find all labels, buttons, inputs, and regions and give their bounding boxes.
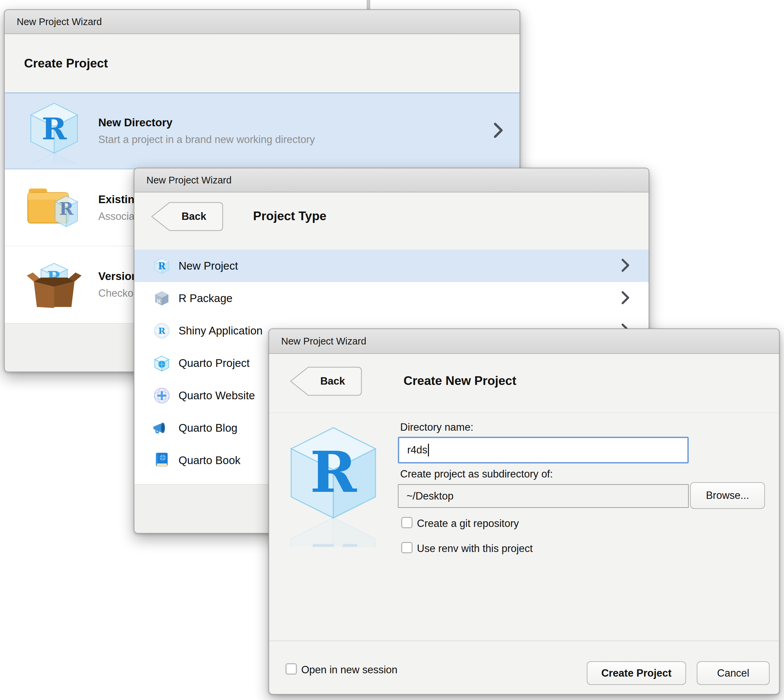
directory-name-input[interactable]: r4ds [398, 437, 689, 463]
r-cube-icon: R [153, 257, 171, 275]
item-label: New Project [179, 260, 238, 272]
quarto-book-icon [153, 452, 171, 469]
r-cube-icon: R [25, 98, 83, 164]
dialog3-footer-divider [269, 640, 779, 641]
create-project-label: Create Project [601, 667, 671, 679]
svg-text:R: R [157, 298, 161, 304]
item-label: R Package [179, 292, 232, 305]
directory-name-label: Directory name: [400, 421, 473, 433]
item-r-package[interactable]: R R Package [134, 282, 649, 315]
item-new-project[interactable]: R New Project [134, 250, 649, 282]
row-title: New Directory [98, 116, 315, 129]
dialog2-title: New Project Wizard [134, 175, 232, 186]
open-session-checkbox[interactable] [286, 663, 297, 675]
row-new-directory[interactable]: R New Directory Start a project in a bra… [5, 93, 520, 169]
box-r-icon: R [25, 256, 83, 313]
browse-button[interactable]: Browse... [690, 482, 765, 509]
dialog3-header-divider [269, 413, 779, 413]
subdirectory-value: ~/Desktop [406, 490, 453, 502]
dialog1-titlebar: New Project Wizard [5, 10, 520, 34]
item-label: Quarto Blog [179, 422, 237, 434]
r-cube-icon: R [283, 419, 383, 548]
dialog1-header: Create Project [5, 34, 520, 93]
dialog2-titlebar: New Project Wizard [134, 168, 649, 192]
dialog2-heading: Project Type [253, 209, 326, 223]
back-button-label: Back [164, 202, 224, 231]
text-caret [428, 444, 429, 457]
git-repository-checkbox[interactable] [401, 517, 413, 528]
chevron-right-icon [493, 122, 503, 140]
item-label: Quarto Project [179, 357, 250, 370]
back-button-label: Back [303, 367, 363, 396]
create-project-button[interactable]: Create Project [587, 661, 686, 685]
item-label: Quarto Website [179, 389, 255, 402]
quarto-project-icon [153, 355, 171, 372]
quarto-blog-icon [153, 420, 171, 436]
svg-text:R: R [310, 439, 357, 505]
svg-text:R: R [158, 261, 166, 271]
dialog1-title: New Project Wizard [5, 17, 102, 27]
dialog3-titlebar: New Project Wizard [269, 329, 779, 354]
back-button[interactable]: Back [149, 202, 224, 231]
screen: New Project Wizard Create Project R N [0, 0, 784, 700]
svg-text:R: R [59, 199, 74, 219]
git-repository-label: Create a git repository [417, 518, 519, 530]
subdirectory-input[interactable]: ~/Desktop [398, 484, 689, 508]
browse-button-label: Browse... [706, 490, 749, 502]
cancel-label: Cancel [717, 667, 750, 679]
shiny-icon: R [153, 322, 171, 339]
renv-label: Use renv with this project [417, 543, 533, 555]
svg-text:R: R [42, 111, 67, 147]
svg-text:R: R [159, 326, 165, 336]
row-description: Start a project in a brand new working d… [98, 133, 315, 146]
folder-r-icon: R [25, 180, 83, 236]
renv-checkbox[interactable] [401, 542, 413, 553]
item-label: Quarto Book [179, 454, 241, 467]
dialog3-title: New Project Wizard [269, 336, 366, 347]
item-label: Shiny Application [179, 325, 262, 337]
quarto-website-icon [153, 387, 171, 404]
subdirectory-label: Create project as subdirectory of: [400, 468, 553, 480]
chevron-right-icon [621, 291, 630, 306]
chevron-right-icon [621, 258, 630, 273]
dialog3-heading: Create New Project [403, 374, 516, 388]
directory-name-value: r4ds [407, 444, 427, 456]
new-project-wizard-dialog-3: New Project Wizard Back Create New Proje… [269, 328, 780, 695]
dialog1-heading: Create Project [5, 57, 108, 70]
r-package-icon: R [153, 290, 171, 307]
back-button[interactable]: Back [288, 367, 363, 396]
open-session-label: Open in new session [301, 664, 398, 676]
cancel-button[interactable]: Cancel [697, 661, 770, 685]
